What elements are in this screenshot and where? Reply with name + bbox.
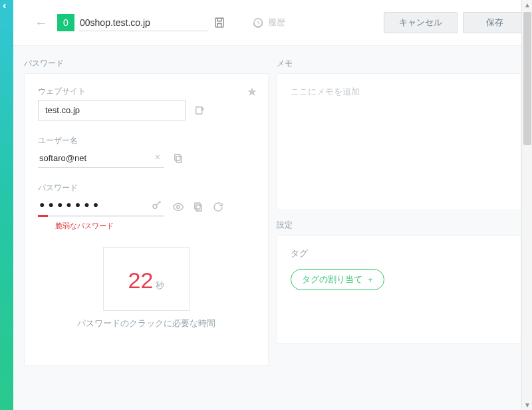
website-input[interactable] xyxy=(38,100,186,120)
password-strength-fill xyxy=(38,215,48,217)
assign-tag-label: タグの割り当て xyxy=(302,274,362,286)
svg-rect-0 xyxy=(215,18,223,27)
copy-password-icon[interactable] xyxy=(192,201,204,213)
memo-placeholder: ここにメモを追加 xyxy=(291,87,360,97)
key-icon[interactable] xyxy=(151,199,163,211)
password-section-label: パスワード xyxy=(24,58,269,69)
website-field-label: ウェブサイト xyxy=(38,86,255,97)
header: ← 0 履歴 キャンセル 保存 xyxy=(13,0,532,46)
svg-point-5 xyxy=(153,204,157,208)
password-column: パスワード ★ ウェブサイト ユーザー名 xyxy=(24,58,269,366)
assign-tag-button[interactable]: タグの割り当て + xyxy=(291,269,384,290)
crack-time-caption: パスワードのクラックに必要な時間 xyxy=(38,317,255,329)
password-panel: ★ ウェブサイト ユーザー名 xyxy=(24,73,269,366)
scroll-up-arrow-icon[interactable]: ▲ xyxy=(522,1,532,9)
scroll-down-arrow-icon[interactable]: ▼ xyxy=(522,401,532,409)
crack-time-unit: 秒 xyxy=(156,280,164,292)
entry-title-input[interactable] xyxy=(78,15,208,31)
svg-rect-7 xyxy=(196,205,201,211)
svg-rect-2 xyxy=(196,106,202,114)
main-grid: パスワード ★ ウェブサイト ユーザー名 xyxy=(24,46,521,366)
open-external-icon[interactable] xyxy=(194,104,205,116)
regenerate-password-icon[interactable] xyxy=(212,201,224,213)
history-icon xyxy=(252,17,264,29)
svg-point-6 xyxy=(177,205,180,208)
username-input[interactable] xyxy=(38,149,164,168)
svg-rect-3 xyxy=(176,156,182,162)
main-content: ← 0 履歴 キャンセル 保存 xyxy=(13,0,532,410)
crack-time-number: 22 xyxy=(128,268,154,294)
plus-icon: + xyxy=(368,275,373,285)
save-button[interactable]: 保存 xyxy=(463,12,527,33)
password-strength-text: 脆弱なパスワード xyxy=(55,221,255,231)
site-badge: 0 xyxy=(57,14,74,31)
save-disk-icon[interactable] xyxy=(213,17,225,29)
right-column: メモ ここにメモを追加 設定 タグ タグの割り当て + xyxy=(277,58,521,366)
site-badge-letter: 0 xyxy=(63,17,68,28)
favorite-star-icon[interactable]: ★ xyxy=(247,85,257,99)
memo-panel[interactable]: ここにメモを追加 xyxy=(277,73,521,210)
clear-username-icon[interactable]: × xyxy=(155,152,160,162)
vertical-scrollbar[interactable]: ▲ ▼ xyxy=(521,0,532,410)
back-arrow-icon[interactable]: ← xyxy=(35,16,48,29)
cancel-button[interactable]: キャンセル xyxy=(384,12,458,33)
password-masked-value[interactable]: ●●●●●●● xyxy=(38,196,103,215)
svg-rect-8 xyxy=(195,203,200,209)
left-rail[interactable]: ‹‹ xyxy=(0,0,13,410)
collapse-chevrons-icon[interactable]: ‹‹ xyxy=(3,0,3,11)
svg-rect-4 xyxy=(175,154,180,160)
tag-label: タグ xyxy=(291,248,507,260)
settings-panel: タグ タグの割り当て + xyxy=(277,235,521,344)
history-label: 履歴 xyxy=(268,17,285,29)
history-link[interactable]: 履歴 xyxy=(252,17,285,29)
copy-username-icon[interactable] xyxy=(172,152,184,164)
memo-section-label: メモ xyxy=(277,58,521,69)
password-field-label: パスワード xyxy=(38,182,255,194)
settings-section-label: 設定 xyxy=(277,220,521,231)
password-strength-bar xyxy=(38,215,164,217)
reveal-password-icon[interactable] xyxy=(172,201,184,213)
username-field-label: ユーザー名 xyxy=(38,135,255,146)
scroll-thumb[interactable] xyxy=(523,12,531,145)
crack-time-box: 22 秒 xyxy=(103,247,190,311)
